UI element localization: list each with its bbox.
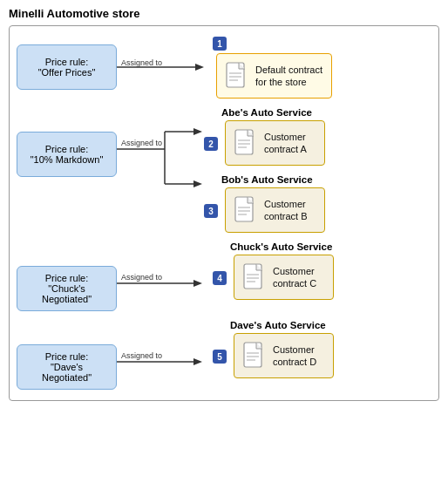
svg-marker-24 [193,280,202,287]
contract-label-1: Default contractfor the store [255,64,322,89]
price-rule-1-label: Price rule:"Offer Prices" [38,57,96,78]
daves-header: Dave's Auto Service [213,320,334,330]
section-row-2: Price rule:"10% Markdown" Assigned to [17,107,431,233]
section-row-4: Price rule:"Dave's Negotiated" Assigned … [17,320,431,390]
svg-marker-31 [193,358,202,365]
contract-box-4: Customercontract C [234,255,334,300]
doc-icon-3 [234,196,257,224]
arrow-svg-3: Assigned to [117,241,213,294]
contract-box-2: Customercontract A [225,120,325,166]
arrow-svg-4: Assigned to [117,320,213,372]
doc-icon-5 [243,342,266,370]
svg-marker-13 [193,180,202,187]
daves-badge-contract: 5 Customercontract D [213,333,334,378]
right-col-2: Abe's Auto Service 2 [204,107,325,233]
diagram-box: Price rule:"Offer Prices" Assigned to 1 [9,25,439,401]
main-container: Minelli Automotive store Price rule:"Off… [0,0,448,408]
badge-row-1: 1 [213,35,227,51]
document-icon-4 [243,263,266,291]
section-row-1: Price rule:"Offer Prices" Assigned to 1 [17,35,431,99]
arrow-section-3: Assigned to [117,241,213,294]
svg-marker-2 [195,64,204,71]
arrow-svg-1: Assigned to [117,58,213,76]
contract-label-2: Customercontract A [264,131,307,156]
store-title: Minelli Automotive store [9,7,439,20]
badge-1: 1 [213,37,227,51]
abes-section: Abe's Auto Service 2 [204,107,325,166]
abes-header: Abe's Auto Service [204,107,325,118]
price-rule-2-label: Price rule:"10% Markdown" [31,144,104,165]
doc-icon-2 [234,129,257,157]
document-icon-1 [226,62,248,90]
price-rule-4: Price rule:"Dave's Negotiated" [17,344,117,390]
chucks-badge-contract: 4 Customercontract C [213,255,334,300]
price-rule-1: Price rule:"Offer Prices" [17,44,117,90]
badge-2: 2 [204,137,218,151]
contract-box-1: Default contractfor the store [216,53,332,99]
abes-badge-contract: 2 Customercont [204,120,325,166]
contract-box-5: Customercontract D [234,333,334,378]
right-col-4: Dave's Auto Service 5 [213,320,334,378]
contract-box-3: Customercontract B [225,187,325,233]
document-icon-3 [234,196,257,224]
right-col-3: Chuck's Auto Service 4 [213,241,334,300]
badge-3: 3 [204,204,218,218]
bobs-section: Bob's Auto Service 3 [204,174,325,233]
contract-label-5: Customercontract D [273,343,316,369]
contract-label-3: Customercontract B [264,198,308,223]
badge-5: 5 [213,350,227,364]
svg-text:Assigned to: Assigned to [121,273,162,282]
badge-4: 4 [213,271,227,285]
price-rule-3-label: Price rule:"Chuck's Negotiated" [24,273,109,304]
arrow-fork-2: Assigned to [117,107,204,203]
svg-text:Assigned to: Assigned to [121,139,162,147]
section-row-3: Price rule:"Chuck's Negotiated" Assigned… [17,241,431,311]
price-rule-2: Price rule:"10% Markdown" [17,132,117,177]
price-rule-4-label: Price rule:"Dave's Negotiated" [24,351,109,383]
doc-icon-4 [243,263,266,291]
doc-icon-1 [226,62,248,90]
bobs-header: Bob's Auto Service [204,174,325,185]
svg-marker-11 [193,128,202,135]
chucks-header: Chuck's Auto Service [213,241,334,252]
svg-text:Assigned to: Assigned to [121,58,162,67]
contract-col-1: 1 Default contractfor the store [213,35,332,99]
arrow-1: Assigned to [117,58,213,76]
price-rule-3: Price rule:"Chuck's Negotiated" [17,266,117,311]
contract-label-4: Customercontract C [273,265,316,290]
document-icon-5 [243,342,266,370]
document-icon-2 [234,129,257,157]
arrow-section-4: Assigned to [117,320,213,372]
fork-arrow-svg-2: Assigned to [117,107,204,203]
svg-text:Assigned to: Assigned to [121,351,162,360]
bobs-badge-contract: 3 Customercont [204,187,325,233]
